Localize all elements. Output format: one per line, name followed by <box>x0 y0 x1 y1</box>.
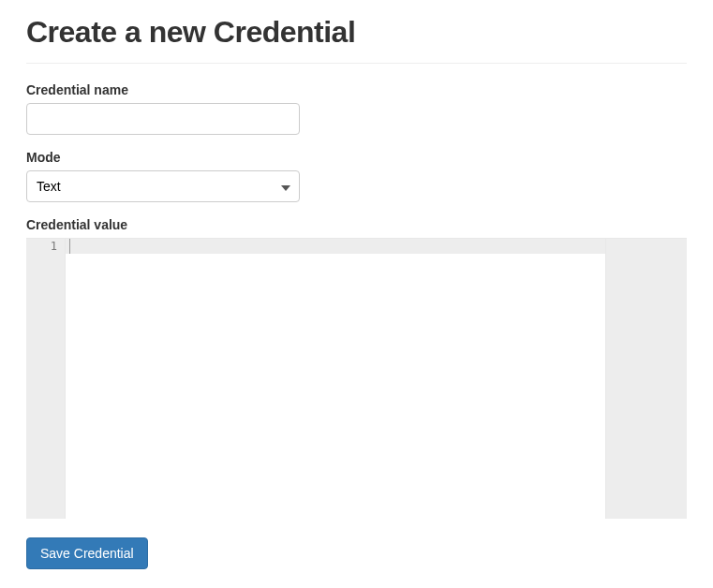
divider <box>26 63 687 64</box>
mode-label: Mode <box>26 150 687 165</box>
credential-name-input[interactable] <box>26 103 300 135</box>
page-title: Create a new Credential <box>26 15 687 50</box>
code-editor: 1 <box>26 238 687 519</box>
editor-gutter: 1 <box>26 239 65 519</box>
credential-value-group: Credential value 1 <box>26 217 687 519</box>
editor-right-column <box>605 239 687 519</box>
mode-group: Mode Text <box>26 150 687 202</box>
editor-header-stripe-right <box>606 239 687 254</box>
editor-header-stripe <box>66 239 605 254</box>
credential-value-label: Credential value <box>26 217 687 232</box>
credential-name-group: Credential name <box>26 82 687 135</box>
credential-value-input[interactable] <box>66 254 605 519</box>
line-number: 1 <box>26 239 65 254</box>
editor-code-column <box>65 239 605 519</box>
editor-cursor <box>69 239 70 254</box>
mode-select[interactable]: Text <box>26 170 300 202</box>
save-credential-button[interactable]: Save Credential <box>26 537 148 569</box>
credential-name-label: Credential name <box>26 82 687 97</box>
